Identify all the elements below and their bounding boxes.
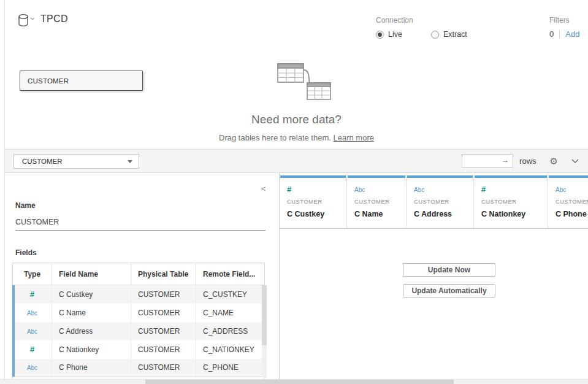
rows-label: rows [519,156,536,166]
logical-table-label: CUSTOMER [28,77,69,85]
number-type-icon[interactable]: # [30,290,34,299]
datasource-db-icon[interactable] [17,13,38,27]
filters-divider [559,30,560,39]
field-row[interactable]: Abc C Phone CUSTOMER C_PHONE [13,359,265,377]
table-select-dropdown[interactable]: CUSTOMER [13,154,139,169]
column-accent-bar [348,175,405,178]
selected-rows-strip [12,285,15,377]
grid-column-table: CUSTOMER [481,198,548,205]
scrollbar-thumb[interactable] [262,285,267,345]
metadata-and-preview-area: < Name CUSTOMER Fields Type Field Name P… [5,173,588,384]
grid-column-table: CUSTOMER [354,198,406,205]
column-accent-bar [475,175,547,178]
grid-column-field: C Phone [556,210,588,218]
col-header-remote-field[interactable]: Remote Field... [196,263,265,285]
grid-column-header[interactable]: Abc CUSTOMER C Address [407,175,474,228]
table-name-field[interactable]: CUSTOMER [15,213,265,231]
relationship-canvas[interactable]: CUSTOMER Need more dat [5,55,588,149]
field-name-cell[interactable]: C Phone [52,359,131,377]
fields-table-header-row: Type Field Name Physical Table Remote Fi… [13,263,265,285]
collapse-panel-icon[interactable]: < [261,184,266,193]
grid-column-table: CUSTOMER [414,198,473,205]
logical-table-customer[interactable]: CUSTOMER [20,71,143,91]
need-more-data-title: Need more data? [5,113,588,126]
grid-column-field: C Address [414,210,473,218]
remote-field-cell: C_NATIONKEY [196,340,265,359]
remote-field-cell: C_PHONE [196,359,265,377]
grid-column-field: C Name [354,210,406,218]
filters-count: 0 [549,29,554,39]
col-header-type[interactable]: Type [13,263,52,285]
string-type-icon[interactable]: Abc [27,364,37,371]
grid-column-header[interactable]: Abc CUSTOMER C Name [347,175,407,228]
remote-field-cell: C_NAME [196,304,265,322]
datasource-header: TPCD Connection Live Extract Filters 0 A… [5,0,588,55]
field-row[interactable]: # C Nationkey CUSTOMER C_NATIONKEY [13,340,265,359]
physical-table-cell: CUSTOMER [131,304,196,322]
extract-radio[interactable] [431,31,439,39]
filters-section: Filters 0 Add [549,16,579,39]
string-type-icon[interactable]: Abc [27,310,37,317]
update-now-button[interactable]: Update Now [403,263,495,277]
grid-column-header[interactable]: Abc CUSTOMER C Phone [548,175,588,228]
column-accent-bar [280,175,346,178]
remote-field-cell: C_CUSTKEY [196,285,265,304]
fields-table: Type Field Name Physical Table Remote Fi… [12,263,265,377]
grid-column-table: CUSTOMER [287,198,346,205]
data-preview-header: # CUSTOMER C Custkey Abc CUSTOMER C Name… [280,175,588,228]
scrollbar-thumb[interactable] [145,380,454,384]
string-type-icon: Abc [354,186,365,193]
physical-table-cell: CUSTOMER [131,340,196,359]
connection-label: Connection [376,16,467,25]
name-label: Name [15,201,36,210]
grid-column-table: CUSTOMER [556,198,588,205]
live-radio[interactable] [376,31,384,39]
collapse-grid-chevron-icon[interactable] [571,159,579,163]
update-automatically-button[interactable]: Update Automatically [403,284,495,298]
field-name-cell[interactable]: C Custkey [52,285,131,304]
horizontal-scrollbar[interactable] [0,379,588,384]
connection-section: Connection Live Extract [376,16,467,39]
fields-label: Fields [15,248,37,257]
field-name-cell[interactable]: C Address [52,322,131,340]
tableau-datasource-page: TPCD Connection Live Extract Filters 0 A… [0,0,588,384]
live-radio-label[interactable]: Live [388,30,402,39]
grid-column-field: C Nationkey [481,210,548,218]
field-row[interactable]: Abc C Address CUSTOMER C_ADDRESS [13,322,265,340]
grid-header-border [280,228,588,229]
gear-icon[interactable]: ⚙ [550,156,558,166]
collapsed-left-pane[interactable] [0,0,5,384]
table-toolbar: CUSTOMER → rows ⚙ [5,149,588,173]
extract-radio-label[interactable]: Extract [443,30,467,39]
number-type-icon: # [481,185,486,194]
grid-column-header[interactable]: # CUSTOMER C Custkey [280,175,347,228]
physical-table-cell: CUSTOMER [131,285,196,304]
chevron-down-icon [128,160,132,163]
row-limit-input[interactable] [462,154,513,167]
column-accent-bar [549,175,588,178]
grid-column-header[interactable]: # CUSTOMER C Nationkey [474,175,548,228]
page-title: TPCD [40,13,68,25]
drag-tables-hint-text: Drag tables here to relate them. [219,133,331,142]
string-type-icon: Abc [556,186,566,193]
filters-label: Filters [549,16,579,25]
table-select-value: CUSTOMER [22,158,63,165]
field-name-cell[interactable]: C Nationkey [52,340,131,359]
learn-more-link[interactable]: Learn more [333,133,373,142]
add-filter-link[interactable]: Add [565,29,579,39]
field-name-cell[interactable]: C Name [52,304,131,322]
col-header-physical-table[interactable]: Physical Table [131,263,196,285]
physical-table-cell: CUSTOMER [131,359,196,377]
string-type-icon[interactable]: Abc [27,328,37,335]
column-accent-bar [407,175,473,178]
number-type-icon: # [287,185,291,194]
grid-column-field: C Custkey [287,210,346,218]
number-type-icon[interactable]: # [30,345,34,354]
field-row[interactable]: # C Custkey CUSTOMER C_CUSTKEY [13,285,265,304]
string-type-icon: Abc [414,186,424,193]
drag-tables-hint: Drag tables here to relate them. Learn m… [5,133,588,142]
col-header-field-name[interactable]: Field Name [52,263,131,285]
fields-table-vertical-scrollbar[interactable] [262,285,267,378]
physical-table-cell: CUSTOMER [131,322,196,340]
field-row[interactable]: Abc C Name CUSTOMER C_NAME [13,304,265,322]
